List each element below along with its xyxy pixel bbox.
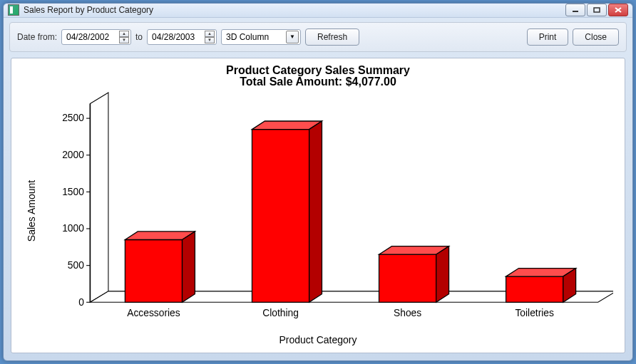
svg-text:2000: 2000	[62, 149, 84, 160]
svg-text:1000: 1000	[62, 222, 84, 234]
chevron-down-icon[interactable]: ▼	[286, 31, 299, 43]
svg-rect-1	[594, 8, 600, 12]
spinner-up-icon[interactable]: ▲	[205, 31, 215, 37]
date-to-field[interactable]	[152, 32, 203, 42]
date-from-label: Date from:	[17, 32, 57, 42]
chart-panel: Product Category Sales Summary Total Sal…	[11, 58, 625, 353]
chart-type-select[interactable]: 3D Column ▼	[221, 29, 301, 45]
spinner-down-icon[interactable]: ▼	[119, 37, 129, 43]
svg-marker-25	[309, 121, 322, 302]
chart-type-value: 3D Column	[226, 32, 269, 42]
spinner-down-icon[interactable]: ▼	[205, 37, 215, 43]
svg-text:0: 0	[78, 296, 84, 307]
maximize-button[interactable]	[587, 4, 607, 16]
svg-marker-29	[436, 246, 449, 302]
svg-rect-23	[252, 129, 309, 302]
spinner-up-icon[interactable]: ▲	[119, 31, 129, 37]
chart-plot: 05001000150020002500AccessoriesClothingS…	[37, 88, 613, 333]
print-button[interactable]: Print	[527, 28, 569, 46]
svg-text:Toiletries: Toiletries	[515, 306, 554, 318]
svg-marker-21	[183, 232, 195, 302]
minimize-button[interactable]	[565, 4, 585, 16]
date-from-input[interactable]: ▲ ▼	[61, 29, 131, 45]
svg-rect-27	[379, 254, 436, 302]
plot-area: Sales Amount 05001000150020002500Accesso…	[23, 88, 613, 333]
x-axis-label: Product Category	[23, 334, 613, 345]
date-to-spinner[interactable]: ▲ ▼	[205, 31, 215, 43]
svg-rect-31	[506, 276, 563, 302]
svg-marker-4	[90, 93, 108, 302]
svg-text:1500: 1500	[62, 185, 84, 197]
date-from-field[interactable]	[66, 32, 118, 42]
svg-text:2500: 2500	[62, 112, 84, 123]
titlebar: Sales Report by Product Category	[4, 4, 632, 18]
refresh-button[interactable]: Refresh	[305, 28, 359, 46]
svg-text:Shoes: Shoes	[394, 306, 421, 318]
svg-text:500: 500	[68, 259, 84, 271]
app-window: Sales Report by Product Category Date fr…	[3, 3, 633, 361]
toolbar: Date from: ▲ ▼ to ▲ ▼ 3D Column ▼ Refres…	[9, 22, 627, 52]
svg-text:Clothing: Clothing	[262, 306, 299, 318]
y-axis-label: Sales Amount	[23, 88, 37, 333]
window-title: Sales Report by Product Category	[24, 5, 565, 15]
date-to-input[interactable]: ▲ ▼	[147, 29, 217, 45]
svg-text:Accessories: Accessories	[127, 306, 180, 318]
window-controls	[565, 4, 628, 16]
svg-rect-19	[125, 239, 182, 302]
date-from-spinner[interactable]: ▲ ▼	[119, 31, 129, 43]
close-button[interactable]: Close	[573, 28, 619, 46]
to-label: to	[135, 32, 143, 42]
chart-subtitle: Total Sale Amount: $4,077.00	[23, 76, 613, 88]
app-icon	[8, 4, 19, 16]
close-window-button[interactable]	[608, 4, 628, 16]
